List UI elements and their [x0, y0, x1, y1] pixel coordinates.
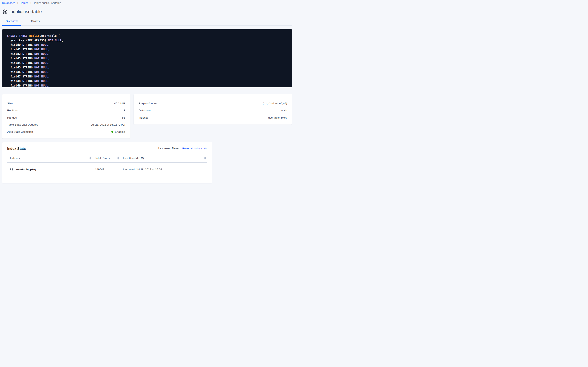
sql-code-line: field9 STRING NOT NULL,	[7, 83, 287, 87]
table-divider	[7, 176, 207, 176]
stat-label: Size	[7, 102, 13, 105]
stat-row-auto-stats: Auto Stats Collection Enabled	[7, 129, 125, 134]
sql-code-line: field8 STRING NOT NULL,	[7, 79, 287, 83]
sql-code-line: field4 STRING NOT NULL,	[7, 61, 287, 65]
column-header-total-reads[interactable]: Total Reads	[92, 157, 120, 160]
index-table-row: usertable_pkey 149647 Last read: Jul 28,…	[7, 163, 207, 176]
stat-value: (n1,n2,n3,n4,n5,n6)	[263, 102, 287, 105]
sql-code-line: CREATE TABLE public.usertable (	[7, 33, 287, 38]
stat-label: Ranges	[7, 116, 17, 119]
index-stats-title: Index Stats	[7, 147, 26, 151]
stat-row-ranges: Ranges 51	[7, 115, 125, 120]
last-reset-label: Last reset: Never	[158, 147, 179, 151]
stat-label: Indexes	[139, 116, 148, 119]
index-stats-table: Indexes Total Reads Last Used (UTC)	[7, 154, 207, 176]
chevron-right-icon: ›	[30, 1, 32, 4]
stat-row-stats-updated: Table Stats Last Updated Jul 28, 2022 at…	[7, 123, 125, 127]
stat-label: Auto Stats Collection	[7, 130, 33, 133]
index-table-header-row: Indexes Total Reads Last Used (UTC)	[7, 154, 207, 162]
reset-index-stats-link[interactable]: Reset all index stats	[182, 147, 207, 151]
sql-code-line: field5 STRING NOT NULL,	[7, 65, 287, 70]
table-stats-card: Size 40.2 MiB Replicas 3 Ranges 51 Table…	[2, 94, 130, 139]
stat-value: 51	[122, 116, 125, 119]
sql-code-line: field7 STRING NOT NULL,	[7, 74, 287, 79]
page-title: public.usertable	[10, 9, 42, 14]
index-name-text: usertable_pkey	[16, 168, 36, 171]
column-header-label: Total Reads	[95, 157, 110, 160]
stat-row-replicas: Replicas 3	[7, 108, 125, 113]
chevron-right-icon: ›	[17, 1, 18, 4]
sort-icon[interactable]	[117, 157, 119, 159]
table-stack-icon	[2, 9, 8, 15]
status-text: Enabled	[115, 130, 125, 133]
sql-code-line: field3 STRING NOT NULL,	[7, 56, 287, 61]
search-icon[interactable]	[10, 168, 14, 171]
stat-row-size: Size 40.2 MiB	[7, 101, 125, 106]
page-title-row: public.usertable	[2, 9, 292, 15]
sql-code-line: field0 STRING NOT NULL,	[7, 42, 287, 47]
index-stats-header: Index Stats Last reset: Never Reset all …	[7, 142, 207, 151]
stat-label: Regions/nodes	[139, 102, 157, 105]
sql-code-line: field2 STRING NOT NULL,	[7, 51, 287, 56]
enabled-status-dot	[111, 131, 113, 133]
breadcrumb: Databases › Tables › Table: public.usert…	[2, 0, 292, 5]
sort-icon[interactable]	[204, 157, 206, 159]
stat-value: usertable_pkey	[268, 116, 287, 119]
table-meta-card: Regions/nodes (n1,n2,n3,n4,n5,n6) Databa…	[133, 94, 292, 125]
sort-icon[interactable]	[89, 157, 91, 159]
breadcrumb-link-tables[interactable]: Tables	[20, 1, 28, 5]
create-table-sql-block[interactable]: CREATE TABLE public.usertable ( ycsb_key…	[2, 29, 292, 87]
stat-row-database: Database ycsb	[139, 108, 287, 113]
last-used-value: Last read: Jul 28, 2022 at 16:04	[123, 168, 162, 171]
last-used-cell: Last read: Jul 28, 2022 at 16:04	[120, 168, 207, 171]
total-reads-cell: 149647	[92, 168, 120, 171]
stat-label: Table Stats Last Updated	[7, 123, 38, 126]
page-bottom-gap	[2, 183, 292, 184]
stat-row-regions: Regions/nodes (n1,n2,n3,n4,n5,n6)	[139, 101, 287, 106]
column-header-indexes[interactable]: Indexes	[7, 157, 92, 160]
tab-overview[interactable]: Overview	[2, 19, 21, 25]
sql-code-line: ycsb_key VARCHAR(255) NOT NULL,	[7, 38, 287, 42]
breadcrumb-current: Table: public.usertable	[33, 1, 61, 5]
table-detail-page: Databases › Tables › Table: public.usert…	[0, 0, 294, 184]
total-reads-value: 149647	[95, 168, 104, 171]
index-name[interactable]: usertable_pkey	[10, 168, 36, 171]
stat-value: 40.2 MiB	[114, 102, 125, 105]
stat-row-indexes: Indexes usertable_pkey	[139, 115, 287, 120]
stat-value: Enabled	[111, 130, 125, 133]
stat-value: ycsb	[281, 109, 287, 112]
column-header-label: Indexes	[10, 157, 20, 160]
sql-code-line: field6 STRING NOT NULL,	[7, 70, 287, 74]
sql-code-line: field1 STRING NOT NULL,	[7, 47, 287, 51]
index-stats-reset-area: Last reset: Never Reset all index stats	[158, 147, 207, 151]
stat-value: 3	[124, 109, 125, 112]
stat-label: Database	[139, 109, 151, 112]
breadcrumb-link-databases[interactable]: Databases	[2, 1, 15, 5]
tab-bar: Overview Grants	[2, 19, 292, 26]
stat-value: Jul 28, 2022 at 16:02 (UTC)	[91, 123, 125, 126]
column-header-last-used[interactable]: Last Used (UTC)	[120, 157, 207, 160]
index-stats-card: Index Stats Last reset: Never Reset all …	[2, 142, 212, 183]
tab-grants[interactable]: Grants	[28, 19, 43, 25]
stats-cards-row: Size 40.2 MiB Replicas 3 Ranges 51 Table…	[2, 94, 292, 139]
stat-label: Replicas	[7, 109, 18, 112]
column-header-label: Last Used (UTC)	[123, 157, 144, 160]
index-name-cell: usertable_pkey	[7, 168, 92, 171]
